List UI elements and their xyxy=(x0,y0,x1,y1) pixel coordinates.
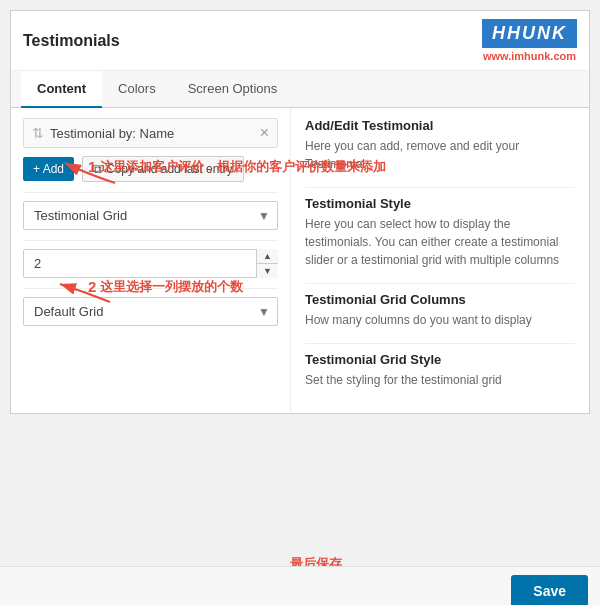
add-button[interactable]: + Add xyxy=(23,157,74,181)
section-grid-style-body: Set the styling for the testimonial grid xyxy=(305,371,575,389)
section-add-edit-body: Here you can add, remove and edit your T… xyxy=(305,137,575,173)
remove-testimonial-button[interactable]: × xyxy=(260,125,269,141)
testimonial-row: ⇅ Testimonial by: Name × xyxy=(23,118,278,148)
tab-screen-options[interactable]: Screen Options xyxy=(172,71,294,108)
widget-container: Testimonials HHUNK www.imhunk.com Conten… xyxy=(10,10,590,414)
logo-brand: HHUNK xyxy=(482,19,577,48)
columns-input[interactable] xyxy=(23,249,278,278)
left-panel: ⇅ Testimonial by: Name × + Add ⧉ Copy an… xyxy=(11,108,291,413)
widget-body: ⇅ Testimonial by: Name × + Add ⧉ Copy an… xyxy=(11,108,589,413)
tabs-bar: Content Colors Screen Options xyxy=(11,71,589,108)
logo-text: HUNK xyxy=(507,23,567,43)
section-grid-style: Testimonial Grid Style Set the styling f… xyxy=(305,352,575,389)
copy-button[interactable]: ⧉ Copy and add last entry xyxy=(82,156,244,182)
action-buttons: + Add ⧉ Copy and add last entry xyxy=(23,156,278,182)
logo-area: HHUNK www.imhunk.com xyxy=(482,19,577,62)
section-columns-body: How many columns do you want to display xyxy=(305,311,575,329)
tab-content[interactable]: Content xyxy=(21,71,102,108)
drag-handle-icon[interactable]: ⇅ xyxy=(32,125,44,141)
logo-h-letter: H xyxy=(492,23,507,43)
footer-bar: Save xyxy=(0,566,600,605)
right-panel: Add/Edit Testimonial Here you can add, r… xyxy=(291,108,589,413)
widget-title: Testimonials xyxy=(23,32,120,50)
grid-style-select[interactable]: Default Grid Modern Grid Classic Grid xyxy=(23,297,278,326)
annotation-number-2: 2 xyxy=(88,278,96,295)
section-columns-title: Testimonial Grid Columns xyxy=(305,292,575,307)
spinner-up-button[interactable]: ▲ xyxy=(257,249,278,264)
copy-button-label: Copy and add last entry xyxy=(106,162,233,176)
section-grid-style-title: Testimonial Grid Style xyxy=(305,352,575,367)
testimonial-row-label: Testimonial by: Name xyxy=(50,126,174,141)
section-style-body: Here you can select how to display the t… xyxy=(305,215,575,269)
section-columns: Testimonial Grid Columns How many column… xyxy=(305,292,575,329)
widget-title-bar: Testimonials HHUNK www.imhunk.com xyxy=(11,11,589,71)
annotation-number-1: 1 xyxy=(88,158,96,175)
section-add-edit-title: Add/Edit Testimonial xyxy=(305,118,575,133)
style-select[interactable]: Testimonial Grid Testimonial Slider xyxy=(23,201,278,230)
columns-input-wrapper: ▲ ▼ xyxy=(23,249,278,278)
grid-style-select-wrapper: Default Grid Modern Grid Classic Grid ▼ xyxy=(23,297,278,326)
tab-colors[interactable]: Colors xyxy=(102,71,172,108)
section-style-title: Testimonial Style xyxy=(305,196,575,211)
spinner-down-button[interactable]: ▼ xyxy=(257,264,278,278)
style-select-wrapper: Testimonial Grid Testimonial Slider ▼ xyxy=(23,201,278,230)
spinner-arrows: ▲ ▼ xyxy=(256,249,278,278)
logo-url: www.imhunk.com xyxy=(483,50,576,62)
section-add-edit: Add/Edit Testimonial Here you can add, r… xyxy=(305,118,575,173)
section-style: Testimonial Style Here you can select ho… xyxy=(305,196,575,269)
save-button[interactable]: Save xyxy=(511,575,588,605)
